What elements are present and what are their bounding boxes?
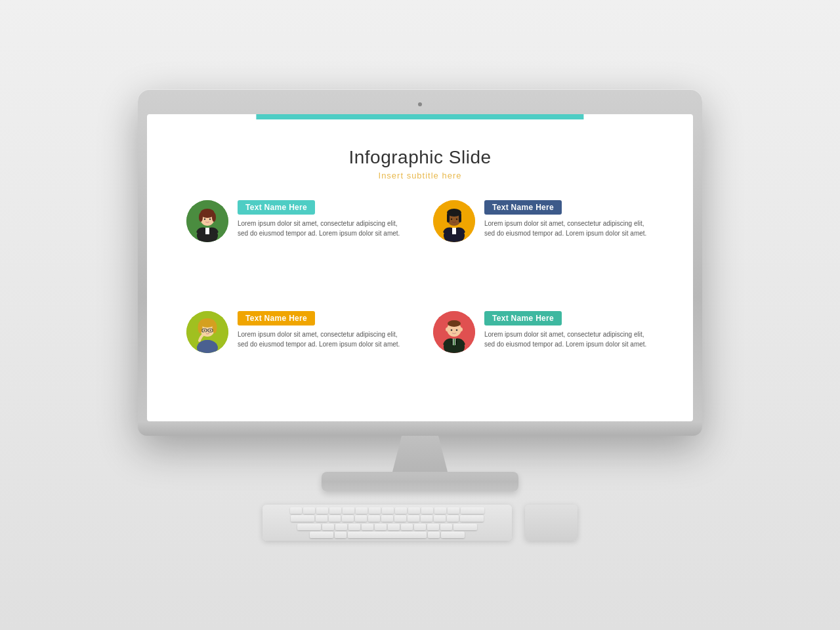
svg-point-42 [446, 327, 449, 331]
key-enter[interactable] [460, 515, 484, 522]
monitor: Infographic Slide Insert subtitle here [138, 89, 702, 436]
monitor-stand-base [322, 472, 518, 492]
profile-info-2: Text Name Here Lorem ipsum dolor sit ame… [484, 200, 654, 238]
profile-card-1: Text Name Here Lorem ipsum dolor sit ame… [186, 200, 407, 291]
key[interactable] [394, 515, 406, 522]
avatar-3 [186, 311, 228, 353]
key-space[interactable] [348, 532, 427, 538]
key[interactable] [421, 515, 432, 522]
svg-point-21 [456, 219, 457, 220]
key-tab[interactable] [291, 515, 314, 522]
key[interactable] [368, 515, 380, 522]
key[interactable] [290, 507, 302, 514]
keyboard-area [262, 505, 578, 541]
svg-rect-18 [447, 213, 450, 222]
svg-point-32 [210, 329, 211, 331]
svg-point-8 [212, 213, 216, 222]
key[interactable] [375, 524, 387, 530]
key[interactable] [343, 507, 354, 514]
keyboard [262, 505, 512, 541]
key-ctrl[interactable] [441, 532, 465, 538]
svg-point-41 [448, 320, 461, 327]
key[interactable] [329, 507, 341, 514]
avatar-1 [186, 200, 228, 242]
key[interactable] [335, 532, 346, 538]
key[interactable] [348, 524, 360, 530]
key-backspace[interactable] [461, 507, 484, 514]
svg-rect-4 [205, 228, 209, 234]
svg-point-44 [451, 329, 453, 331]
svg-point-31 [204, 329, 205, 331]
svg-point-26 [198, 322, 203, 333]
key[interactable] [381, 515, 393, 522]
key-caps[interactable] [297, 524, 321, 530]
key[interactable] [369, 507, 381, 514]
profile-text-1: Lorem ipsum dolor sit amet, consectetur … [238, 219, 407, 238]
slide-top-bar [256, 114, 583, 119]
key[interactable] [440, 524, 452, 530]
name-badge-3: Text Name Here [238, 311, 315, 326]
name-badge-2: Text Name Here [484, 200, 562, 215]
profile-card-2: Text Name Here Lorem ipsum dolor sit ame… [433, 200, 654, 291]
monitor-bottom-bezel [138, 421, 702, 436]
profile-card-4: Text Name Here Lorem ipsum dolor sit ame… [433, 311, 654, 402]
svg-point-20 [451, 219, 452, 220]
monitor-bezel-top [147, 98, 693, 110]
key[interactable] [316, 515, 327, 522]
trackpad[interactable] [525, 505, 578, 541]
key[interactable] [303, 507, 315, 514]
key[interactable] [401, 524, 413, 530]
avatar-4 [433, 311, 475, 353]
key[interactable] [382, 507, 394, 514]
key[interactable] [448, 507, 459, 514]
key[interactable] [408, 507, 420, 514]
key[interactable] [362, 524, 373, 530]
profile-info-1: Text Name Here Lorem ipsum dolor sit ame… [238, 200, 407, 238]
key[interactable] [414, 524, 426, 530]
key-shift-right[interactable] [453, 524, 477, 530]
key[interactable] [355, 515, 367, 522]
screen: Infographic Slide Insert subtitle here [147, 114, 693, 421]
profile-card-3: Text Name Here Lorem ipsum dolor sit ame… [186, 311, 407, 402]
key[interactable] [335, 524, 347, 530]
svg-rect-19 [459, 213, 461, 222]
key[interactable] [421, 507, 433, 514]
profile-info-4: Text Name Here Lorem ipsum dolor sit ame… [484, 311, 654, 349]
svg-point-43 [459, 327, 463, 331]
slide-content: Infographic Slide Insert subtitle here [147, 114, 693, 421]
key[interactable] [322, 524, 334, 530]
key[interactable] [434, 515, 446, 522]
slide-subtitle: Insert subtitle here [186, 171, 654, 180]
key[interactable] [428, 532, 440, 538]
key[interactable] [342, 515, 354, 522]
svg-point-45 [456, 329, 458, 331]
profile-text-4: Lorem ipsum dolor sit amet, consectetur … [484, 329, 654, 349]
key[interactable] [329, 515, 341, 522]
key[interactable] [447, 515, 459, 522]
svg-point-9 [204, 219, 205, 220]
svg-point-10 [209, 219, 211, 220]
profile-text-2: Lorem ipsum dolor sit amet, consectetur … [484, 219, 654, 238]
svg-marker-39 [453, 339, 455, 346]
key[interactable] [395, 507, 407, 514]
slide-title: Infographic Slide [186, 147, 654, 168]
key[interactable] [427, 524, 439, 530]
profiles-grid: Text Name Here Lorem ipsum dolor sit ame… [186, 200, 654, 402]
key-shift-left[interactable] [310, 532, 333, 538]
profile-text-3: Lorem ipsum dolor sit amet, consectetur … [238, 329, 407, 349]
key[interactable] [316, 507, 328, 514]
svg-point-33 [198, 340, 217, 353]
svg-rect-15 [452, 228, 456, 234]
name-badge-1: Text Name Here [238, 200, 315, 215]
key[interactable] [408, 515, 419, 522]
key[interactable] [356, 507, 368, 514]
profile-info-3: Text Name Here Lorem ipsum dolor sit ame… [238, 311, 407, 349]
name-badge-4: Text Name Here [484, 311, 562, 326]
avatar-2 [433, 200, 475, 242]
camera-dot [418, 102, 422, 106]
key[interactable] [434, 507, 446, 514]
key[interactable] [388, 524, 400, 530]
svg-point-27 [213, 322, 217, 333]
svg-point-7 [199, 213, 203, 222]
monitor-stand-neck [374, 436, 466, 472]
